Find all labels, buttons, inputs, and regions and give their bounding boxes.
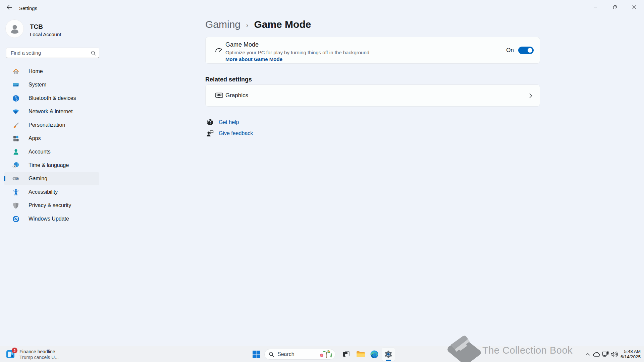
selected-indicator [4,176,5,181]
file-explorer-icon [356,350,365,358]
widgets-notification-badge: 2 [12,348,17,353]
clock-date: 6/14/2025 [621,354,641,360]
accessibility-icon [12,188,19,196]
get-help-icon: ? [206,119,214,126]
sidebar-item-label: Accounts [29,149,51,155]
person-icon [9,23,20,35]
graphics-card[interactable]: Graphics [205,84,540,107]
more-about-game-mode-link[interactable]: More about Game Mode [225,56,282,62]
related-settings-header: Related settings [205,76,252,83]
avatar [5,19,24,38]
account-name: TCB [30,23,43,31]
sidebar-item-privacy-security[interactable]: Privacy & security [4,199,99,212]
game-mode-title: Game Mode [225,41,369,48]
sidebar-item-system[interactable]: System [4,78,99,92]
sidebar-item-label: System [29,82,46,88]
back-button[interactable] [3,2,15,13]
gaming-icon [12,175,19,182]
start-button[interactable] [250,348,263,361]
network-ethernet-icon[interactable] [601,346,610,362]
game-mode-description: Optimize your PC for play by turning thi… [225,50,369,55]
game-mode-icon [214,46,223,54]
bluetooth-icon [12,95,19,102]
sidebar-item-bluetooth[interactable]: Bluetooth & devices [4,92,99,105]
sidebar-item-label: Accessibility [29,189,58,195]
widgets-button[interactable]: 2 Finance headline Trump cancels U... [3,348,62,361]
sidebar-item-windows-update[interactable]: Windows Update [4,212,99,226]
minimize-icon [593,5,597,9]
breadcrumb-separator-icon: › [246,21,248,29]
toggle-state-label: On [506,47,514,54]
settings-app-button[interactable] [382,348,395,361]
sidebar-item-label: Bluetooth & devices [29,95,76,101]
sidebar-item-label: Windows Update [29,216,69,222]
shield-icon [12,202,19,209]
sidebar-item-label: Personalization [29,122,65,128]
apps-icon [12,135,19,142]
volume-icon[interactable] [610,346,619,362]
windows-update-icon [12,215,19,223]
close-button[interactable] [625,0,644,14]
get-help-link[interactable]: ? Get help [206,119,239,126]
wifi-icon [12,108,19,115]
app-title: Settings [19,5,37,11]
settings-search [6,48,99,58]
tray-chevron-up-icon[interactable] [584,346,592,362]
breadcrumb-gaming[interactable]: Gaming [205,19,240,30]
sidebar-item-time-language[interactable]: Time & language [4,159,99,172]
chevron-right-icon [529,93,532,98]
search-input[interactable] [6,48,99,58]
give-feedback-icon [206,130,214,137]
get-help-label: Get help [219,119,239,125]
search-seasonal-decoration [319,349,334,359]
sidebar-item-accessibility[interactable]: Accessibility [4,185,99,199]
give-feedback-link[interactable]: Give feedback [206,130,253,137]
active-app-indicator [386,360,391,361]
taskbar-clock[interactable]: 5:48 AM 6/14/2025 [621,349,641,360]
sidebar-item-personalization[interactable]: Personalization [4,118,99,132]
sidebar-item-label: Apps [29,135,41,141]
sidebar-item-gaming[interactable]: Gaming [4,172,99,185]
taskbar-search[interactable]: Search [264,349,335,360]
search-icon [269,352,274,357]
sidebar-item-label: Gaming [29,176,47,182]
widgets-headline: Finance headline [19,349,59,354]
svg-text:?: ? [209,121,211,125]
give-feedback-label: Give feedback [219,130,253,136]
sidebar-item-label: Time & language [29,162,69,168]
accounts-icon [12,148,19,156]
taskbar-search-label: Search [277,351,319,357]
account-type: Local Account [30,32,61,37]
titlebar: Settings [0,0,644,15]
file-explorer-button[interactable] [354,348,367,361]
edge-button[interactable] [368,348,381,361]
page-title: Game Mode [254,19,311,30]
clock-time: 5:48 AM [621,349,641,354]
settings-gear-icon [384,350,393,359]
game-mode-toggle[interactable] [518,47,534,54]
sidebar-item-label: Home [29,68,43,74]
onedrive-cloud-icon[interactable] [592,346,601,362]
sidebar-item-label: Privacy & security [29,202,71,208]
breadcrumb: Gaming › Game Mode [205,19,311,30]
task-view-button[interactable] [339,348,353,361]
search-icon [91,51,96,56]
close-icon [632,5,636,9]
sidebar-item-network[interactable]: Network & internet [4,105,99,118]
widgets-subheadline: Trump cancels U... [19,355,59,360]
edge-icon [370,350,379,359]
back-arrow-icon [6,5,12,10]
sidebar-item-home[interactable]: Home [4,65,99,78]
minimize-button[interactable] [586,0,605,14]
home-icon [12,68,19,75]
taskbar: 2 Finance headline Trump cancels U... Se… [0,346,644,362]
graphics-icon [215,92,223,99]
toggle-knob [528,48,532,53]
sidebar-item-accounts[interactable]: Accounts [4,145,99,159]
restore-button[interactable] [605,0,625,14]
sidebar-item-apps[interactable]: Apps [4,132,99,145]
windows-logo-icon [252,350,261,359]
time-language-icon [12,162,19,169]
restore-icon [613,5,617,9]
task-view-icon [342,350,350,358]
